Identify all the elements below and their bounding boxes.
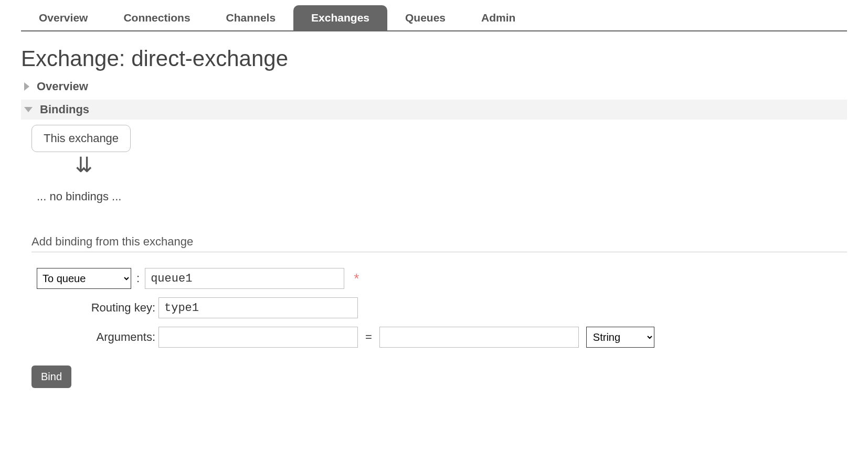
- section-header-overview[interactable]: Overview: [21, 77, 847, 96]
- argument-value-input[interactable]: [379, 327, 579, 348]
- add-binding-heading: Add binding from this exchange: [31, 235, 847, 249]
- tab-connections[interactable]: Connections: [105, 5, 208, 30]
- colon-label: :: [134, 272, 145, 285]
- routing-key-input[interactable]: [158, 297, 358, 318]
- chevron-right-icon: [24, 82, 29, 91]
- form-row-arguments: Arguments: = String: [31, 327, 847, 348]
- section-title-overview: Overview: [37, 80, 88, 93]
- page-title-prefix: Exchange:: [21, 46, 131, 71]
- destination-name-input[interactable]: [145, 268, 344, 289]
- tab-overview[interactable]: Overview: [21, 5, 105, 30]
- section-title-bindings: Bindings: [40, 103, 89, 116]
- page-title: Exchange: direct-exchange: [21, 46, 847, 71]
- form-row-destination: To queue : *: [31, 268, 847, 289]
- required-marker: *: [354, 271, 359, 287]
- destination-type-select[interactable]: To queue: [37, 268, 131, 289]
- bindings-panel: This exchange ⇊ ... no bindings ... Add …: [21, 120, 847, 388]
- tab-exchanges[interactable]: Exchanges: [293, 5, 387, 30]
- divider: [31, 252, 847, 252]
- argument-type-select[interactable]: String: [586, 327, 654, 348]
- tab-admin[interactable]: Admin: [463, 5, 533, 30]
- top-nav-tabs: Overview Connections Channels Exchanges …: [21, 5, 847, 31]
- tab-queues[interactable]: Queues: [387, 5, 463, 30]
- arrow-down-icon: ⇊: [31, 154, 136, 175]
- form-row-routing-key: Routing key:: [31, 297, 847, 318]
- bind-button[interactable]: Bind: [31, 366, 71, 388]
- exchange-name: direct-exchange: [131, 46, 288, 71]
- no-bindings-text: ... no bindings ...: [37, 190, 847, 203]
- argument-key-input[interactable]: [158, 327, 358, 348]
- arguments-label: Arguments:: [31, 330, 158, 344]
- tab-channels[interactable]: Channels: [208, 5, 294, 30]
- chevron-down-icon: [24, 107, 33, 112]
- this-exchange-node: This exchange: [31, 125, 131, 152]
- section-header-bindings[interactable]: Bindings: [21, 100, 847, 120]
- routing-key-label: Routing key:: [31, 301, 158, 315]
- equals-sign: =: [365, 330, 372, 344]
